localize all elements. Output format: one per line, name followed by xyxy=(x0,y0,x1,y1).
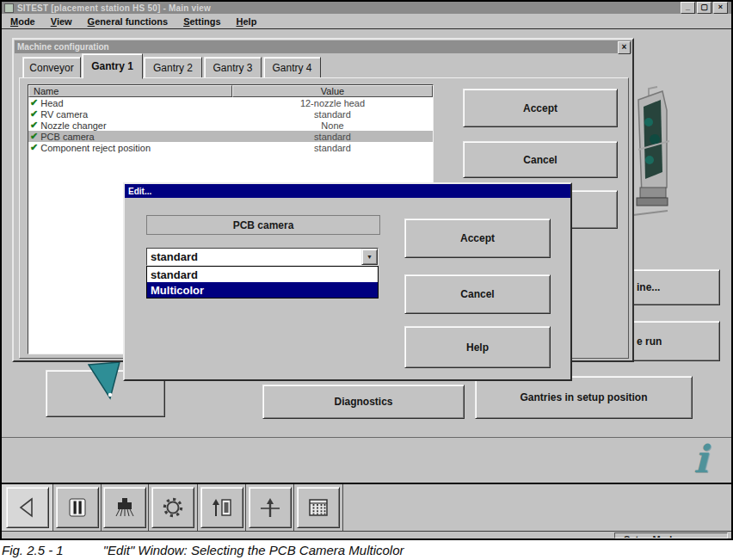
column-header-name[interactable]: Name xyxy=(28,85,232,97)
table-row[interactable]: ✔Nozzle changer None xyxy=(28,120,433,131)
combobox-dropdown-list: standard Multicolor xyxy=(146,266,379,298)
back-arrow-icon xyxy=(15,495,40,520)
diagnostics-button[interactable]: Diagnostics xyxy=(262,385,465,419)
figure-number: Fig. 2.5 - 1 xyxy=(0,543,64,557)
machine-dialog-title-bar: Machine configuration xyxy=(15,40,631,53)
partial-button-machine[interactable]: ine... xyxy=(634,269,720,305)
tab-gantry-3[interactable]: Gantry 3 xyxy=(204,57,262,78)
settings-gear-button[interactable] xyxy=(151,487,194,528)
option-multicolor[interactable]: Multicolor xyxy=(147,282,378,298)
tab-gantry-1[interactable]: Gantry 1 xyxy=(82,53,143,79)
row-name: Component reject position xyxy=(40,143,151,153)
edit-accept-button[interactable]: Accept xyxy=(404,218,551,258)
conveyor-graphic-fragment xyxy=(88,362,122,400)
menu-general-functions[interactable]: General functions xyxy=(81,15,176,28)
partial-button-run-label: e run xyxy=(637,335,662,348)
machine-cancel-label: Cancel xyxy=(523,154,557,166)
axis-position-button[interactable] xyxy=(249,487,292,528)
partial-button-machine-label: ine... xyxy=(637,281,660,293)
tab-gantry-4[interactable]: Gantry 4 xyxy=(263,57,321,78)
tab-gantry-2[interactable]: Gantry 2 xyxy=(144,57,202,78)
table-row-selected[interactable]: ✔PCB camera standard xyxy=(28,131,433,142)
column-header-value[interactable]: Value xyxy=(232,85,433,97)
maximize-button[interactable]: ▢ xyxy=(697,2,711,14)
edit-help-button[interactable]: Help xyxy=(404,326,551,368)
option-standard[interactable]: standard xyxy=(147,267,378,282)
combobox-value: standard xyxy=(147,249,361,265)
tab-conveyor[interactable]: Conveyor xyxy=(22,57,81,78)
gantries-setup-button-label: Gantries in setup position xyxy=(520,391,647,403)
check-icon: ✔ xyxy=(30,108,38,120)
row-value: standard xyxy=(232,143,433,153)
row-name: Nozzle changer xyxy=(40,120,106,131)
tab-gantry-1-label: Gantry 1 xyxy=(91,60,133,72)
matrix-grid-icon xyxy=(306,495,330,520)
board-transport-icon xyxy=(65,495,89,520)
row-value: 12-nozzle head xyxy=(232,98,433,108)
machine-cancel-button[interactable]: Cancel xyxy=(463,141,618,178)
chevron-down-icon[interactable]: ▼ xyxy=(361,249,378,265)
machine-dialog-title: Machine configuration xyxy=(15,42,109,52)
edit-accept-label: Accept xyxy=(460,232,495,244)
edit-dialog: Edit... PCB camera standard ▼ standard M… xyxy=(123,182,572,381)
machine-dialog-close-icon[interactable]: × xyxy=(618,41,631,54)
tab-gantry-2-label: Gantry 2 xyxy=(153,62,193,74)
figure-title: "Edit" Window: Selecting the PCB Camera … xyxy=(103,543,404,557)
machine-accept-label: Accept xyxy=(523,102,557,114)
app-window: SITEST [placement station HS 50] - Main … xyxy=(0,0,733,540)
field-label-box: PCB camera xyxy=(146,215,380,235)
placement-head-icon xyxy=(113,495,137,520)
back-button[interactable] xyxy=(6,487,49,528)
pcb-camera-combobox[interactable]: standard ▼ xyxy=(146,248,379,266)
check-icon: ✔ xyxy=(30,97,38,108)
menu-mode[interactable]: Mode xyxy=(3,15,42,28)
menu-help[interactable]: Help xyxy=(230,15,264,28)
matrix-grid-button[interactable] xyxy=(297,487,340,528)
tab-gantry-4-label: Gantry 4 xyxy=(272,62,311,74)
partial-button-run[interactable]: e run xyxy=(634,321,720,361)
gear-icon xyxy=(161,495,185,520)
info-panel xyxy=(2,437,731,483)
app-icon xyxy=(4,3,14,13)
edit-dialog-title: Edit... xyxy=(125,187,151,196)
row-value: standard xyxy=(232,132,433,142)
figure-caption: Fig. 2.5 - 1 "Edit" Window: Selecting th… xyxy=(0,540,733,560)
window-title: SITEST [placement station HS 50] - Main … xyxy=(17,3,211,13)
machine-photo xyxy=(631,86,669,225)
info-icon: i xyxy=(693,439,708,480)
bottom-toolbar xyxy=(2,483,731,532)
edit-dialog-title-bar: Edit... xyxy=(125,184,570,198)
row-name: PCB camera xyxy=(40,132,94,142)
axis-position-icon xyxy=(258,495,282,520)
menu-settings[interactable]: Settings xyxy=(176,15,227,28)
placement-head-button[interactable] xyxy=(103,487,146,528)
tab-gantry-3-label: Gantry 3 xyxy=(213,62,252,74)
gantries-setup-button[interactable]: Gantries in setup position xyxy=(475,376,693,419)
row-name: RV camera xyxy=(40,109,88,120)
menu-bar: Mode View General functions Settings Hel… xyxy=(2,14,731,29)
table-row[interactable]: ✔Head 12-nozzle head xyxy=(28,97,433,108)
check-icon: ✔ xyxy=(30,131,38,142)
title-bar: SITEST [placement station HS 50] - Main … xyxy=(2,2,731,14)
row-name: Head xyxy=(40,98,63,108)
menu-view[interactable]: View xyxy=(44,15,79,28)
tab-conveyor-label: Conveyor xyxy=(29,62,73,74)
table-row[interactable]: ✔Component reject position standard xyxy=(28,142,433,153)
board-transport-button[interactable] xyxy=(56,487,99,528)
close-button[interactable]: × xyxy=(713,2,728,14)
machine-accept-button[interactable]: Accept xyxy=(463,89,618,127)
edit-cancel-button[interactable]: Cancel xyxy=(404,274,551,314)
field-label: PCB camera xyxy=(233,219,294,231)
edit-help-label: Help xyxy=(466,342,489,354)
minimize-button[interactable]: _ xyxy=(681,2,695,14)
feeder-button[interactable] xyxy=(200,487,243,528)
check-icon: ✔ xyxy=(30,120,38,131)
check-icon: ✔ xyxy=(30,142,38,153)
table-row[interactable]: ✔RV camera standard xyxy=(28,108,433,120)
status-fragment-cell: Setup Mode xyxy=(614,532,728,538)
diagnostics-button-label: Diagnostics xyxy=(334,396,392,408)
feeder-icon xyxy=(210,495,234,520)
row-value: None xyxy=(232,120,433,131)
row-value: standard xyxy=(232,109,433,120)
status-fragment-text: Setup Mode xyxy=(615,534,727,538)
